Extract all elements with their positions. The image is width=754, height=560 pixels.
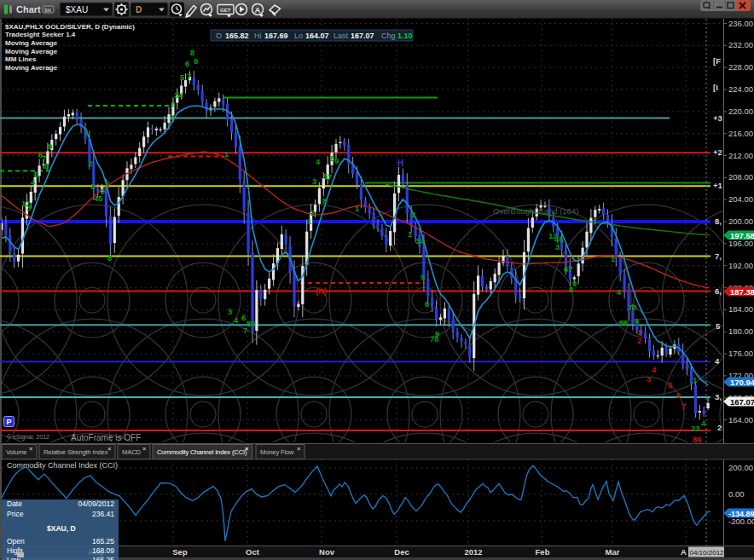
svg-text:1: 1 — [307, 216, 312, 226]
svg-text:$XAU, D: $XAU, D — [47, 524, 76, 533]
svg-text:7,: 7, — [715, 251, 722, 261]
svg-text:164.07: 164.07 — [305, 32, 329, 40]
svg-text:78: 78 — [628, 303, 637, 312]
svg-text:168.09: 168.09 — [92, 546, 114, 555]
svg-text:200.00: 200.00 — [728, 216, 753, 226]
svg-text:2: 2 — [411, 210, 415, 219]
svg-text:×: × — [29, 445, 33, 453]
svg-text:6: 6 — [676, 390, 681, 400]
svg-text:Moving Average: Moving Average — [5, 39, 58, 47]
svg-text:228.00: 228.00 — [728, 62, 753, 72]
svg-text:-134.89: -134.89 — [728, 510, 754, 518]
svg-text:232.00: 232.00 — [728, 40, 753, 49]
svg-text:Hi: Hi — [254, 32, 262, 40]
svg-text:MM Lines: MM Lines — [5, 55, 37, 63]
svg-text:A: A — [255, 5, 261, 14]
svg-text:212.00: 212.00 — [728, 151, 753, 160]
svg-text:4: 4 — [234, 315, 239, 325]
svg-text:×: × — [245, 445, 249, 453]
svg-text:04/09/2012: 04/09/2012 — [78, 499, 114, 508]
svg-text:D: D — [136, 5, 142, 14]
svg-text:6: 6 — [185, 59, 189, 68]
svg-text:2012: 2012 — [464, 547, 482, 557]
svg-text:+1: +1 — [713, 181, 723, 190]
svg-text:2: 2 — [637, 336, 641, 345]
svg-text:4: 4 — [652, 365, 657, 374]
svg-text:5: 5 — [420, 273, 426, 282]
svg-text:© eSignal, 2012: © eSignal, 2012 — [7, 434, 49, 441]
svg-text:3: 3 — [555, 242, 560, 251]
svg-text:Relative Strength Index: Relative Strength Index — [44, 448, 108, 456]
svg-text:9: 9 — [572, 279, 577, 288]
svg-text:Price: Price — [7, 510, 24, 518]
svg-text:8: 8 — [44, 161, 49, 170]
svg-text:Dec: Dec — [394, 547, 409, 557]
svg-text:220.00: 220.00 — [728, 107, 753, 116]
svg-text:236.41: 236.41 — [92, 510, 114, 518]
svg-text:MACD: MACD — [122, 448, 141, 456]
svg-text:6: 6 — [624, 318, 628, 327]
svg-text:×: × — [107, 445, 112, 453]
svg-text:04/10/2012: 04/10/2012 — [690, 549, 725, 557]
svg-text:H: H — [397, 159, 403, 168]
svg-text:184.00: 184.00 — [728, 304, 753, 314]
svg-text:9: 9 — [194, 56, 198, 66]
svg-text:34: 34 — [174, 90, 183, 100]
svg-text:1: 1 — [355, 204, 360, 213]
svg-text:165.82: 165.82 — [225, 32, 249, 40]
svg-text:5: 5 — [668, 380, 673, 390]
svg-text:2: 2 — [310, 208, 315, 217]
svg-text:7: 7 — [187, 72, 191, 81]
svg-text:+3: +3 — [713, 113, 722, 123]
svg-text:Money Flow: Money Flow — [260, 448, 294, 456]
svg-text:3: 3 — [647, 374, 651, 384]
svg-text:236.00: 236.00 — [728, 19, 753, 28]
svg-text:3: 3 — [228, 307, 232, 316]
svg-text:89: 89 — [246, 319, 256, 328]
svg-text:2: 2 — [717, 423, 722, 432]
svg-text:6: 6 — [241, 313, 246, 322]
svg-text:8: 8 — [322, 196, 327, 205]
svg-text:2: 2 — [171, 99, 175, 108]
svg-text:$XAU: $XAU — [66, 5, 88, 14]
svg-text:3: 3 — [90, 182, 95, 191]
svg-text:Last: Last — [334, 32, 349, 40]
svg-text:0.00: 0.00 — [728, 489, 745, 499]
svg-text:165.25: 165.25 — [92, 556, 114, 560]
svg-text:200.00: 200.00 — [728, 463, 753, 472]
svg-text:9: 9 — [48, 141, 52, 151]
svg-text:O: O — [216, 32, 222, 40]
svg-text:GET: GET — [220, 8, 231, 13]
svg-text:Nov: Nov — [319, 547, 335, 557]
svg-text:208.00: 208.00 — [728, 172, 753, 182]
svg-text:170.94: 170.94 — [730, 378, 754, 387]
svg-text:4: 4 — [316, 157, 321, 166]
svg-text:8,: 8, — [715, 216, 722, 226]
svg-text:3: 3 — [312, 176, 316, 186]
svg-text:Open: Open — [7, 537, 25, 546]
svg-text:167.07: 167.07 — [351, 32, 374, 40]
svg-text:34: 34 — [415, 236, 425, 245]
svg-text:A: A — [681, 547, 687, 557]
svg-text:Lo: Lo — [294, 32, 303, 40]
svg-text:OverBought Band (164): OverBought Band (164) — [493, 206, 578, 216]
svg-text:[I: [I — [713, 83, 718, 92]
svg-text:AutoFrame is OFF: AutoFrame is OFF — [71, 433, 141, 442]
svg-text:224.00: 224.00 — [728, 84, 753, 94]
svg-text:Tradesight Seeker 1.4: Tradesight Seeker 1.4 — [5, 31, 76, 38]
svg-text:4: 4 — [701, 419, 706, 428]
svg-text:-200.00: -200.00 — [728, 517, 754, 526]
svg-text:Oct: Oct — [246, 547, 260, 557]
svg-text:$XAU,PHLX GOLD/SILVER, D (Dyna: $XAU,PHLX GOLD/SILVER, D (Dynamic) — [5, 23, 135, 31]
svg-text:Mar: Mar — [606, 547, 620, 557]
svg-text:Moving Average: Moving Average — [5, 48, 58, 55]
svg-text:1: 1 — [169, 113, 174, 122]
svg-text:187.38: 187.38 — [730, 287, 754, 297]
svg-text:Commodity Channel Index (CCI): Commodity Channel Index (CCI) — [157, 448, 247, 456]
svg-text:Feb: Feb — [536, 547, 550, 557]
svg-text:3: 3 — [26, 203, 31, 212]
svg-text:4: 4 — [617, 287, 622, 297]
svg-text:9: 9 — [435, 329, 439, 338]
svg-text:4: 4 — [715, 356, 720, 366]
svg-text:216.00: 216.00 — [728, 129, 753, 138]
